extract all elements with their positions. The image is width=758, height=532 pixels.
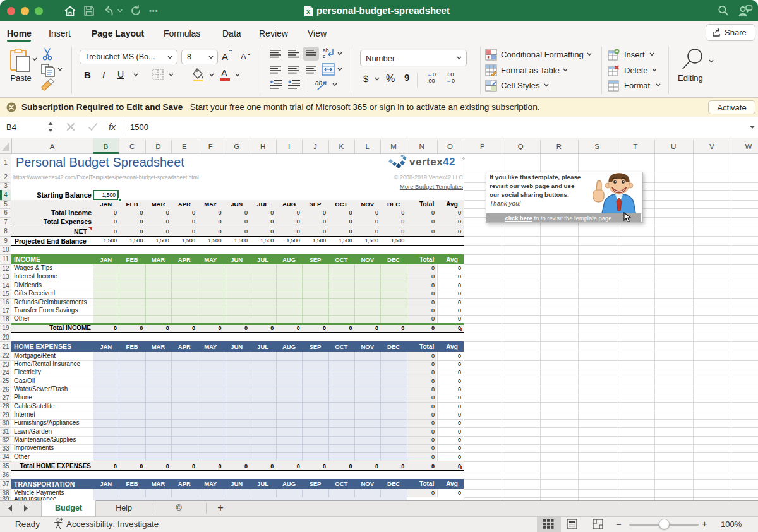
- svg-text:ab: ab: [315, 80, 323, 86]
- svg-text:X: X: [306, 9, 310, 15]
- svg-text:vertex42: vertex42: [409, 156, 455, 168]
- svg-text:c: c: [323, 53, 326, 59]
